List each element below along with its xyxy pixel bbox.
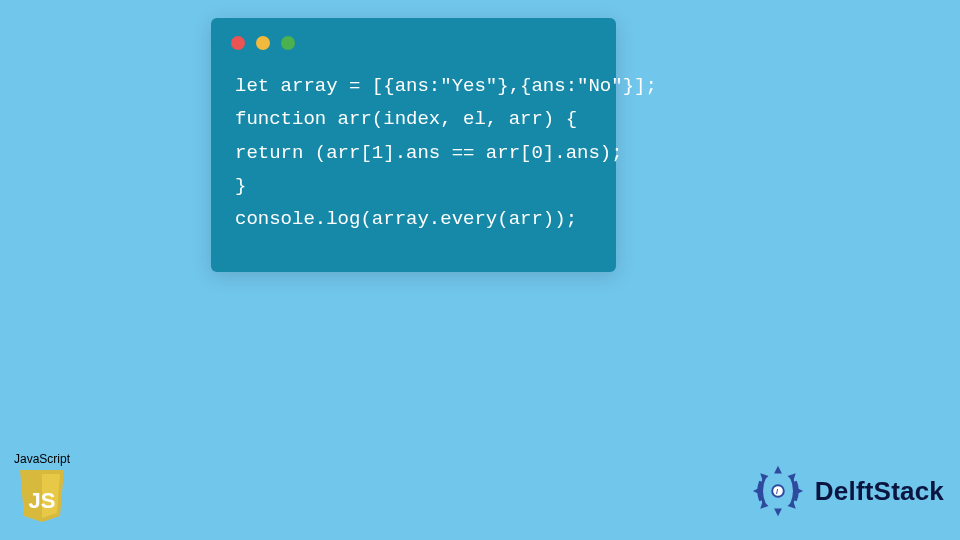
shield-text: JS	[29, 488, 56, 513]
code-body: let array = [{ans:"Yes"},{ans:"No"}]; fu…	[211, 50, 616, 258]
javascript-label: JavaScript	[14, 452, 70, 466]
code-window: let array = [{ans:"Yes"},{ans:"No"}]; fu…	[211, 18, 616, 272]
javascript-badge: JavaScript JS	[14, 452, 70, 522]
code-line: function arr(index, el, arr) {	[235, 108, 577, 130]
code-line: console.log(array.every(arr));	[235, 208, 577, 230]
minimize-icon	[256, 36, 270, 50]
delftstack-emblem-icon: /	[749, 462, 807, 520]
code-line: let array = [{ans:"Yes"},{ans:"No"}];	[235, 75, 657, 97]
code-line: return (arr[1].ans == arr[0].ans);	[235, 142, 623, 164]
code-line: }	[235, 175, 246, 197]
window-controls	[211, 18, 616, 50]
javascript-shield-icon: JS	[18, 470, 66, 522]
delftstack-name: DelftStack	[815, 476, 944, 507]
maximize-icon	[281, 36, 295, 50]
delftstack-logo: / DelftStack	[749, 462, 944, 520]
close-icon	[231, 36, 245, 50]
